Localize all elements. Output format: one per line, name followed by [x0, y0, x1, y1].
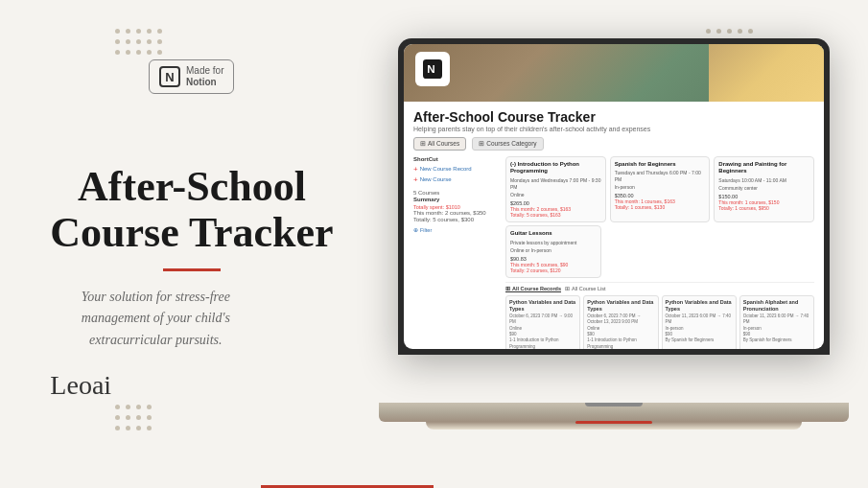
- record-parent: By Spanish for Beginners: [666, 337, 733, 343]
- red-divider: [163, 268, 221, 271]
- record-date: October 6, 2023 7:00 PM → October 13, 20…: [587, 314, 654, 326]
- screen-inner: N After-School Course Tracker Helping pa…: [404, 44, 824, 349]
- record-title: Python Variables and Data Types: [666, 299, 733, 313]
- tab-all-course-records[interactable]: ⊞ All Course Records: [505, 286, 561, 292]
- record-parent: 1-1 Introduction to Python Programming: [587, 337, 654, 348]
- summary-label: Summary: [413, 197, 500, 202]
- screen-columns: ShortCut + New Course Record + New Cours…: [413, 156, 814, 349]
- screen-app-title: After-School Course Tracker: [413, 109, 814, 125]
- new-course-link[interactable]: + New Course: [413, 175, 500, 184]
- card-location: Community center: [718, 185, 809, 192]
- card-title: Drawing and Painting for Beginners: [718, 161, 809, 176]
- card-schedule: Tuesdays and Thursdays 6:00 PM - 7:00 PM: [615, 170, 706, 183]
- records-grid: Python Variables and Data Types October …: [505, 295, 814, 349]
- screen-right-column: (-) Introduction to Python Programming M…: [505, 156, 814, 349]
- record-card-2: Python Variables and Data Types October …: [583, 295, 658, 349]
- hero-title: After-School Course Tracker: [50, 164, 333, 257]
- card-totally: Totally: 1 courses, $130: [615, 204, 706, 210]
- record-card-1: Python Variables and Data Types October …: [505, 295, 580, 349]
- card-location: In-person: [615, 184, 706, 191]
- record-date: October 11, 2023 6:00 PM → 7:40 PM: [666, 314, 733, 326]
- laptop-screen: N After-School Course Tracker Helping pa…: [398, 38, 830, 355]
- summary-this-month: This month: 2 courses, $350: [413, 210, 500, 216]
- course-card-spanish: Spanish for Beginners Tuesdays and Thurs…: [610, 156, 711, 223]
- author-signature: Leoai: [50, 370, 333, 401]
- notion-badge: N Made for Notion: [149, 59, 234, 94]
- notion-logo: N: [159, 66, 180, 87]
- record-title: Spanish Alphabet and Pronunciation: [743, 299, 810, 313]
- hero-subtitle: Your solution for stress-free management…: [50, 287, 261, 351]
- course-card-guitar: Guitar Lessons Private lessons by appoin…: [505, 225, 814, 278]
- left-panel: N Made for Notion After-School Course Tr…: [0, 0, 384, 488]
- card-totally: Totally: 1 courses, $950: [718, 205, 809, 211]
- record-title: Python Variables and Data Types: [509, 299, 576, 313]
- screen-left-column: ShortCut + New Course Record + New Cours…: [413, 156, 500, 349]
- filter-link[interactable]: ⊕Filter: [413, 227, 500, 233]
- record-card-4: Spanish Alphabet and Pronunciation Octob…: [739, 295, 814, 349]
- card-schedule: Saturdays 10:00 AM - 11:00 AM: [718, 177, 809, 184]
- course-card-drawing: Drawing and Painting for Beginners Satur…: [714, 156, 814, 223]
- card-title: Spanish for Beginners: [615, 161, 706, 169]
- svg-text:N: N: [427, 62, 434, 75]
- screen-header-image: N: [404, 44, 824, 102]
- records-section: ⊞ All Course Records ⊞ All Course List: [505, 282, 814, 349]
- screen-content: After-School Course Tracker Helping pare…: [404, 102, 824, 349]
- record-date: October 11, 2023 6:00 PM → 7:40 PM: [743, 314, 810, 326]
- record-parent: By Spanish for Beginners: [743, 337, 810, 343]
- card-title: (-) Introduction to Python Programming: [510, 161, 601, 176]
- tab-all-courses[interactable]: ⊞ All Courses: [413, 137, 466, 151]
- card-location: Online: [510, 192, 601, 198]
- record-parent: 1-1 Introduction to Python Programming: [509, 337, 576, 348]
- plus-icon-2: +: [413, 175, 418, 184]
- courses-count: 5 Courses: [413, 190, 500, 196]
- screen-tabs: ⊞ All Courses ⊞ Courses Category: [413, 137, 814, 151]
- plus-icon: +: [413, 165, 418, 174]
- notion-badge-text: Made for Notion: [186, 65, 223, 88]
- guitar-schedule: Private lessons by appointment: [510, 240, 597, 246]
- guitar-totally: Totally: 2 courses, $120: [510, 267, 597, 273]
- guitar-location: Online or In-person: [510, 247, 597, 254]
- screen-icon: N: [415, 52, 450, 86]
- guitar-card: Guitar Lessons Private lessons by appoin…: [505, 225, 601, 278]
- summary-totally: Totally: 5 courses, $300: [413, 217, 500, 222]
- screen-red-accent: [575, 421, 652, 424]
- tab-all-course-list[interactable]: ⊞ All Course List: [565, 286, 605, 292]
- shortcut-label: ShortCut: [413, 156, 500, 162]
- card-schedule: Mondays and Wednesdays 7:00 PM - 9:30 PM: [510, 177, 601, 191]
- laptop-base: [379, 403, 849, 422]
- record-title: Python Variables and Data Types: [587, 299, 654, 313]
- course-card-python: (-) Introduction to Python Programming M…: [505, 156, 606, 223]
- guitar-title: Guitar Lessons: [510, 230, 597, 238]
- cards-grid: (-) Introduction to Python Programming M…: [505, 156, 814, 223]
- card-totally: Totally: 5 courses, $163: [510, 212, 601, 218]
- summary-box: 5 Courses Summary Totally spent: $1010 T…: [413, 190, 500, 222]
- laptop-mockup: N After-School Course Tracker Helping pa…: [379, 38, 849, 451]
- right-panel: N After-School Course Tracker Helping pa…: [360, 0, 868, 488]
- records-tabs: ⊞ All Course Records ⊞ All Course List: [505, 286, 814, 292]
- new-course-record-link[interactable]: + New Course Record: [413, 165, 500, 174]
- tab-courses-category[interactable]: ⊞ Courses Category: [472, 137, 543, 151]
- screen-app-subtitle: Helping parents stay on top of their chi…: [413, 126, 814, 132]
- record-card-3: Python Variables and Data Types October …: [662, 295, 737, 349]
- record-date: October 6, 2023 7:00 PM → 9:00 PM: [509, 314, 576, 326]
